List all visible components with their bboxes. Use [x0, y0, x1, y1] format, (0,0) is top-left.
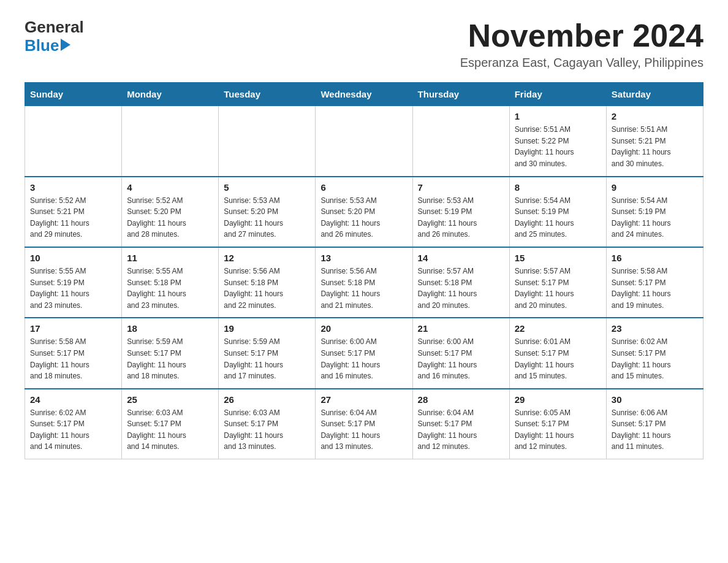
- day-info: Sunrise: 6:02 AM Sunset: 5:17 PM Dayligh…: [612, 336, 698, 381]
- day-info: Sunrise: 6:03 AM Sunset: 5:17 PM Dayligh…: [127, 407, 213, 453]
- calendar-day-cell: 26Sunrise: 6:03 AM Sunset: 5:17 PM Dayli…: [219, 389, 316, 459]
- calendar-week-row: 1Sunrise: 5:51 AM Sunset: 5:22 PM Daylig…: [25, 106, 703, 177]
- day-info: Sunrise: 6:05 AM Sunset: 5:17 PM Dayligh…: [515, 407, 601, 453]
- day-number: 3: [30, 182, 116, 193]
- day-number: 11: [127, 253, 213, 263]
- day-number: 23: [612, 323, 698, 334]
- calendar-day-cell: [122, 106, 219, 177]
- calendar-day-cell: [219, 106, 316, 177]
- calendar-day-cell: 5Sunrise: 5:53 AM Sunset: 5:20 PM Daylig…: [219, 177, 316, 247]
- calendar-day-cell: 12Sunrise: 5:56 AM Sunset: 5:18 PM Dayli…: [219, 247, 316, 318]
- day-info: Sunrise: 5:56 AM Sunset: 5:18 PM Dayligh…: [224, 266, 310, 311]
- calendar-header-tuesday: Tuesday: [219, 83, 316, 106]
- day-info: Sunrise: 5:59 AM Sunset: 5:17 PM Dayligh…: [224, 336, 310, 381]
- day-info: Sunrise: 5:55 AM Sunset: 5:19 PM Dayligh…: [30, 266, 116, 311]
- day-number: 20: [320, 323, 407, 334]
- day-info: Sunrise: 5:51 AM Sunset: 5:22 PM Dayligh…: [515, 124, 601, 169]
- calendar-day-cell: 14Sunrise: 5:57 AM Sunset: 5:18 PM Dayli…: [412, 247, 509, 318]
- calendar-day-cell: 21Sunrise: 6:00 AM Sunset: 5:17 PM Dayli…: [412, 318, 509, 388]
- day-info: Sunrise: 6:03 AM Sunset: 5:17 PM Dayligh…: [224, 407, 310, 453]
- calendar-day-cell: 24Sunrise: 6:02 AM Sunset: 5:17 PM Dayli…: [25, 389, 122, 459]
- calendar-day-cell: 6Sunrise: 5:53 AM Sunset: 5:20 PM Daylig…: [316, 177, 412, 247]
- day-info: Sunrise: 5:58 AM Sunset: 5:17 PM Dayligh…: [612, 266, 698, 311]
- day-number: 12: [224, 253, 310, 263]
- calendar-day-cell: 1Sunrise: 5:51 AM Sunset: 5:22 PM Daylig…: [509, 106, 606, 177]
- calendar-header-saturday: Saturday: [606, 83, 703, 106]
- calendar-week-row: 24Sunrise: 6:02 AM Sunset: 5:17 PM Dayli…: [25, 389, 703, 459]
- calendar-day-cell: 17Sunrise: 5:58 AM Sunset: 5:17 PM Dayli…: [25, 318, 122, 388]
- day-info: Sunrise: 5:56 AM Sunset: 5:18 PM Dayligh…: [320, 266, 407, 311]
- day-number: 5: [224, 182, 310, 193]
- day-info: Sunrise: 5:57 AM Sunset: 5:17 PM Dayligh…: [515, 266, 601, 311]
- day-number: 14: [418, 253, 504, 263]
- calendar-day-cell: 29Sunrise: 6:05 AM Sunset: 5:17 PM Dayli…: [509, 389, 606, 459]
- day-info: Sunrise: 5:59 AM Sunset: 5:17 PM Dayligh…: [127, 336, 213, 381]
- logo-blue-text: Blue: [25, 36, 59, 55]
- day-number: 16: [612, 253, 698, 263]
- day-number: 17: [30, 323, 116, 334]
- day-info: Sunrise: 5:57 AM Sunset: 5:18 PM Dayligh…: [418, 266, 504, 311]
- day-number: 25: [127, 394, 213, 405]
- day-info: Sunrise: 6:02 AM Sunset: 5:17 PM Dayligh…: [30, 407, 116, 453]
- calendar-header-sunday: Sunday: [25, 83, 122, 106]
- day-info: Sunrise: 5:54 AM Sunset: 5:19 PM Dayligh…: [515, 195, 601, 240]
- calendar-day-cell: 2Sunrise: 5:51 AM Sunset: 5:21 PM Daylig…: [606, 106, 703, 177]
- page-header: General Blue November 2024 Esperanza Eas…: [25, 18, 703, 70]
- day-number: 7: [418, 182, 504, 193]
- calendar-header-wednesday: Wednesday: [316, 83, 412, 106]
- calendar-day-cell: 13Sunrise: 5:56 AM Sunset: 5:18 PM Dayli…: [316, 247, 412, 318]
- calendar-day-cell: 19Sunrise: 5:59 AM Sunset: 5:17 PM Dayli…: [219, 318, 316, 388]
- day-info: Sunrise: 5:52 AM Sunset: 5:21 PM Dayligh…: [30, 195, 116, 240]
- day-info: Sunrise: 5:53 AM Sunset: 5:20 PM Dayligh…: [320, 195, 407, 240]
- calendar-day-cell: 3Sunrise: 5:52 AM Sunset: 5:21 PM Daylig…: [25, 177, 122, 247]
- day-info: Sunrise: 5:55 AM Sunset: 5:18 PM Dayligh…: [127, 266, 213, 311]
- location-title: Esperanza East, Cagayan Valley, Philippi…: [460, 56, 703, 70]
- day-number: 27: [320, 394, 407, 405]
- calendar-day-cell: 18Sunrise: 5:59 AM Sunset: 5:17 PM Dayli…: [122, 318, 219, 388]
- day-info: Sunrise: 5:52 AM Sunset: 5:20 PM Dayligh…: [127, 195, 213, 240]
- day-number: 19: [224, 323, 310, 334]
- day-info: Sunrise: 5:53 AM Sunset: 5:19 PM Dayligh…: [418, 195, 504, 240]
- day-number: 30: [612, 394, 698, 405]
- day-info: Sunrise: 5:53 AM Sunset: 5:20 PM Dayligh…: [224, 195, 310, 240]
- day-number: 9: [612, 182, 698, 193]
- day-info: Sunrise: 6:00 AM Sunset: 5:17 PM Dayligh…: [418, 336, 504, 381]
- calendar-day-cell: 25Sunrise: 6:03 AM Sunset: 5:17 PM Dayli…: [122, 389, 219, 459]
- logo: General Blue: [25, 18, 84, 55]
- calendar-day-cell: 10Sunrise: 5:55 AM Sunset: 5:19 PM Dayli…: [25, 247, 122, 318]
- day-info: Sunrise: 6:06 AM Sunset: 5:17 PM Dayligh…: [612, 407, 698, 453]
- day-number: 10: [30, 253, 116, 263]
- calendar-week-row: 10Sunrise: 5:55 AM Sunset: 5:19 PM Dayli…: [25, 247, 703, 318]
- day-number: 18: [127, 323, 213, 334]
- calendar-table: SundayMondayTuesdayWednesdayThursdayFrid…: [25, 82, 703, 459]
- day-number: 1: [515, 111, 601, 121]
- day-info: Sunrise: 6:04 AM Sunset: 5:17 PM Dayligh…: [320, 407, 407, 453]
- calendar-header-friday: Friday: [509, 83, 606, 106]
- calendar-day-cell: [412, 106, 509, 177]
- calendar-week-row: 3Sunrise: 5:52 AM Sunset: 5:21 PM Daylig…: [25, 177, 703, 247]
- calendar-day-cell: [25, 106, 122, 177]
- calendar-header-row: SundayMondayTuesdayWednesdayThursdayFrid…: [25, 83, 703, 106]
- calendar-day-cell: 30Sunrise: 6:06 AM Sunset: 5:17 PM Dayli…: [606, 389, 703, 459]
- day-info: Sunrise: 5:58 AM Sunset: 5:17 PM Dayligh…: [30, 336, 116, 381]
- calendar-week-row: 17Sunrise: 5:58 AM Sunset: 5:17 PM Dayli…: [25, 318, 703, 388]
- day-number: 29: [515, 394, 601, 405]
- day-number: 6: [320, 182, 407, 193]
- day-number: 2: [612, 111, 698, 121]
- day-info: Sunrise: 6:01 AM Sunset: 5:17 PM Dayligh…: [515, 336, 601, 381]
- calendar-day-cell: 9Sunrise: 5:54 AM Sunset: 5:19 PM Daylig…: [606, 177, 703, 247]
- calendar-day-cell: 20Sunrise: 6:00 AM Sunset: 5:17 PM Dayli…: [316, 318, 412, 388]
- calendar-day-cell: 11Sunrise: 5:55 AM Sunset: 5:18 PM Dayli…: [122, 247, 219, 318]
- day-number: 8: [515, 182, 601, 193]
- calendar-day-cell: 22Sunrise: 6:01 AM Sunset: 5:17 PM Dayli…: [509, 318, 606, 388]
- day-info: Sunrise: 5:54 AM Sunset: 5:19 PM Dayligh…: [612, 195, 698, 240]
- day-number: 26: [224, 394, 310, 405]
- day-info: Sunrise: 6:04 AM Sunset: 5:17 PM Dayligh…: [418, 407, 504, 453]
- day-number: 28: [418, 394, 504, 405]
- calendar-day-cell: 8Sunrise: 5:54 AM Sunset: 5:19 PM Daylig…: [509, 177, 606, 247]
- day-number: 4: [127, 182, 213, 193]
- calendar-day-cell: 15Sunrise: 5:57 AM Sunset: 5:17 PM Dayli…: [509, 247, 606, 318]
- calendar-day-cell: 4Sunrise: 5:52 AM Sunset: 5:20 PM Daylig…: [122, 177, 219, 247]
- calendar-day-cell: 16Sunrise: 5:58 AM Sunset: 5:17 PM Dayli…: [606, 247, 703, 318]
- day-info: Sunrise: 5:51 AM Sunset: 5:21 PM Dayligh…: [612, 124, 698, 169]
